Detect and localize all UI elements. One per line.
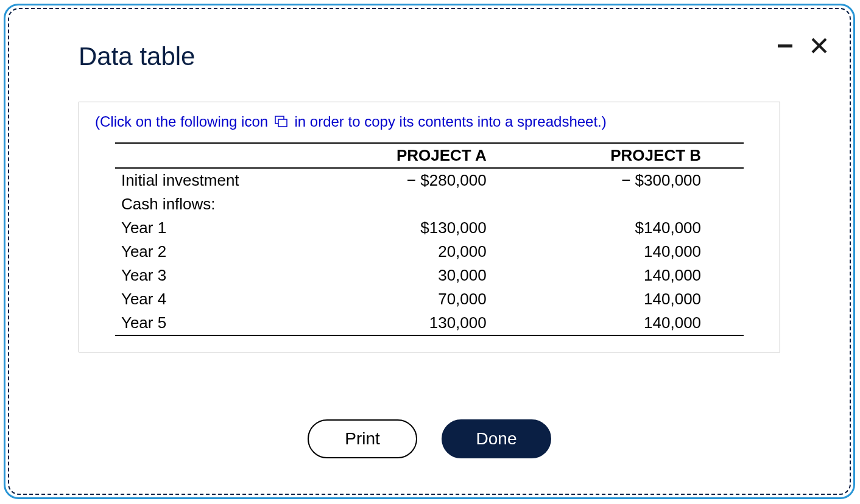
cell-value: 20,000: [315, 240, 529, 264]
row-label: Initial investment: [115, 168, 315, 192]
row-label: Year 2: [115, 240, 315, 264]
table-row: Year 5 130,000 140,000: [115, 311, 744, 335]
row-label: Year 4: [115, 287, 315, 311]
table-row: Year 1 $130,000 $140,000: [115, 216, 744, 240]
modal-dialog: Data table (Click on the following icon …: [4, 4, 855, 499]
row-label: Year 3: [115, 264, 315, 287]
window-controls: [775, 36, 829, 55]
data-table: PROJECT A PROJECT B Initial investment −…: [115, 142, 744, 336]
cell-value: $130,000: [315, 216, 529, 240]
col-header-project-b: PROJECT B: [529, 143, 744, 168]
table-box: (Click on the following icon in order to…: [79, 102, 780, 352]
cell-value: 130,000: [315, 311, 529, 335]
table-row: Year 3 30,000 140,000: [115, 264, 744, 287]
table-row: Initial investment − $280,000 − $300,000: [115, 168, 744, 192]
hint-text-after: in order to copy its contents into a spr…: [294, 113, 606, 130]
cell-value: − $280,000: [315, 168, 529, 192]
row-label: Year 5: [115, 311, 315, 335]
button-row: Print Done: [5, 419, 853, 458]
table-row: Year 4 70,000 140,000: [115, 287, 744, 311]
cell-value: 70,000: [315, 287, 529, 311]
col-header-blank: [115, 143, 315, 168]
cell-value: 30,000: [315, 264, 529, 287]
page-title: Data table: [79, 42, 780, 71]
table-header-row: PROJECT A PROJECT B: [115, 143, 744, 168]
row-label: Cash inflows:: [115, 192, 315, 216]
close-icon: [809, 36, 829, 55]
table-row: Cash inflows:: [115, 192, 744, 216]
done-button[interactable]: Done: [442, 419, 551, 458]
cell-value: 140,000: [529, 240, 744, 264]
close-button[interactable]: [809, 36, 829, 55]
cell-value: [315, 192, 529, 216]
cell-value: [529, 192, 744, 216]
table-row: Year 2 20,000 140,000: [115, 240, 744, 264]
hint-text-before: (Click on the following icon: [95, 113, 268, 130]
cell-value: 140,000: [529, 311, 744, 335]
cell-value: $140,000: [529, 216, 744, 240]
row-label: Year 1: [115, 216, 315, 240]
content-area: Data table (Click on the following icon …: [79, 42, 780, 352]
cell-value: 140,000: [529, 287, 744, 311]
svg-rect-4: [278, 119, 287, 127]
cell-value: 140,000: [529, 264, 744, 287]
print-button[interactable]: Print: [308, 419, 417, 458]
cell-value: − $300,000: [529, 168, 744, 192]
col-header-project-a: PROJECT A: [315, 143, 529, 168]
copy-icon[interactable]: [275, 114, 288, 131]
copy-hint: (Click on the following icon in order to…: [95, 113, 764, 131]
